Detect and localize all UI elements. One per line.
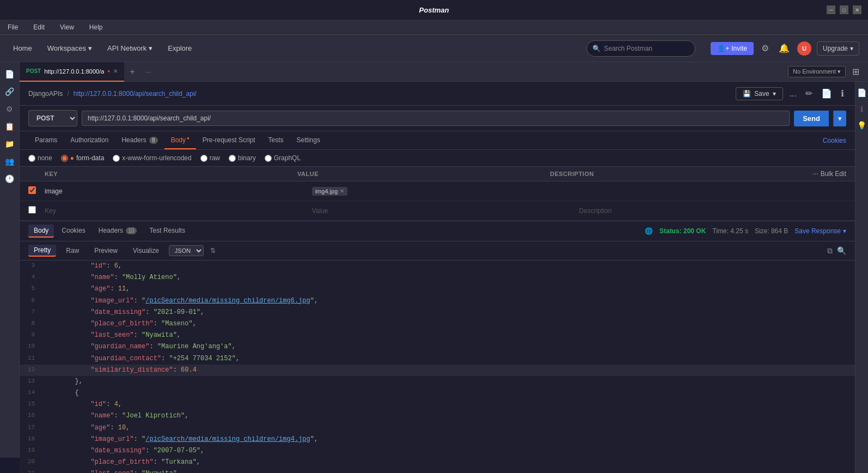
bulk-edit-button[interactable]: Bulk Edit	[821, 170, 846, 178]
search-placeholder: Search Postman	[604, 45, 652, 52]
row-key: image	[45, 187, 312, 195]
tab-tests[interactable]: Tests	[262, 132, 290, 149]
sidebar-icon-new[interactable]: 📄	[2, 66, 17, 82]
json-line: 13 },	[20, 376, 855, 387]
endpoint-link[interactable]: http://127.0.0.1:8000/api/search_child_a…	[74, 90, 197, 98]
tab-authorization[interactable]: Authorization	[64, 132, 115, 149]
save-icon: 💾	[743, 90, 751, 98]
format-tab-preview[interactable]: Preview	[89, 245, 123, 256]
search-response-button[interactable]: 🔍	[837, 246, 846, 256]
breadcrumb-bar: DjangoAPIs / http://127.0.0.1:8000/api/s…	[20, 82, 855, 106]
search-bar[interactable]: 🔍 Search Postman	[586, 40, 695, 57]
invite-button[interactable]: 👤+ Invite	[711, 42, 754, 55]
new-tab-button[interactable]: +	[124, 67, 140, 77]
more-options-icon[interactable]: ···	[812, 171, 818, 177]
method-select[interactable]: POST GET PUT DELETE	[28, 110, 77, 126]
nav-api-network[interactable]: API Network ▾	[103, 42, 157, 54]
save-button[interactable]: 💾 Save ▾	[736, 87, 783, 100]
settings-button[interactable]: ⚙	[759, 41, 771, 56]
unsaved-indicator: ●	[107, 69, 110, 74]
workspace-link[interactable]: DjangoAPIs	[28, 90, 63, 98]
format-select[interactable]: JSON XML Text	[169, 245, 204, 256]
option-raw[interactable]: raw	[200, 154, 220, 162]
document-icon[interactable]: 📄	[819, 86, 834, 101]
filter-icon[interactable]: ⇅	[210, 247, 216, 254]
globe-icon: 🌐	[645, 227, 653, 235]
empty-row-checkbox[interactable]	[28, 206, 36, 214]
option-none[interactable]: none	[28, 154, 52, 162]
resp-tab-headers[interactable]: Headers 10	[93, 225, 142, 238]
response-header: Body Cookies Headers 10 Test Results 🌐 S…	[20, 221, 855, 241]
response-format-bar: Pretty Raw Preview Visualize JSON XML Te…	[20, 241, 855, 260]
json-line: 19 "date_missing": "2007-07-05",	[20, 445, 855, 457]
option-form-data[interactable]: ● form-data	[61, 154, 105, 162]
format-tab-raw[interactable]: Raw	[60, 245, 84, 256]
nav-workspaces[interactable]: Workspaces ▾	[43, 42, 96, 54]
edit-icon[interactable]: ✏	[803, 86, 815, 101]
more-options-button[interactable]: ...	[787, 87, 799, 101]
resp-tab-test-results[interactable]: Test Results	[144, 225, 191, 238]
json-line: 9 "last_seen": "Nyawita",	[20, 330, 855, 341]
json-line: 4 "name": "Molly Atieno",	[20, 272, 855, 283]
tab-headers[interactable]: Headers 8	[115, 132, 164, 149]
option-graphql[interactable]: GraphQL	[265, 154, 301, 162]
json-viewer[interactable]: 3 "id": 6, 4 "name": "Molly Atieno", 5 "…	[20, 260, 855, 473]
close-button[interactable]: ✕	[853, 5, 861, 14]
nav-home[interactable]: Home	[9, 42, 36, 54]
sidebar-icon-collections[interactable]: 📁	[2, 136, 17, 151]
sidebar-icon-env[interactable]: ⚙	[2, 101, 17, 117]
send-dropdown[interactable]: ▾	[833, 111, 846, 126]
tab-active[interactable]: POST http://127.0.0.1:8000/a ● ✕	[20, 62, 124, 82]
tab-more-button[interactable]: ···	[140, 68, 157, 76]
right-icon-info[interactable]: ℹ	[858, 102, 865, 116]
key-placeholder[interactable]: Key	[45, 207, 312, 215]
status-badge: Status: 200 OK	[659, 227, 706, 235]
tab-close-button[interactable]: ✕	[113, 68, 118, 74]
sub-tabs: Params Authorization Headers 8 Body● Pre…	[20, 131, 855, 150]
sidebar-icon-clock[interactable]: 🕐	[2, 171, 17, 186]
bell-icon[interactable]: 🔔	[777, 41, 792, 56]
empty-table-row[interactable]: Key Value Description	[20, 201, 855, 221]
app-title: Postman	[419, 6, 449, 14]
environment-icon[interactable]: ⊞	[850, 64, 861, 79]
desc-placeholder[interactable]: Description	[579, 207, 846, 215]
row-checkbox[interactable]	[28, 186, 36, 194]
menu-help[interactable]: Help	[86, 22, 106, 32]
format-tab-visualize[interactable]: Visualize	[127, 245, 164, 256]
option-urlencoded[interactable]: x-www-form-urlencoded	[113, 154, 191, 162]
tab-params[interactable]: Params	[28, 132, 64, 149]
maximize-button[interactable]: □	[840, 5, 848, 14]
save-response-button[interactable]: Save Response ▾	[794, 227, 846, 235]
sidebar-icon-history[interactable]: 📋	[2, 119, 17, 134]
resp-tab-cookies[interactable]: Cookies	[56, 225, 90, 238]
sidebar-icon-team[interactable]: 👥	[2, 154, 17, 169]
format-tab-pretty[interactable]: Pretty	[28, 245, 56, 257]
send-button[interactable]: Send	[794, 111, 829, 126]
sidebar-icon-api[interactable]: 🔗	[2, 84, 17, 99]
remove-file-button[interactable]: ✕	[340, 188, 344, 194]
resp-tab-body[interactable]: Body	[28, 225, 54, 238]
menu-edit[interactable]: Edit	[30, 22, 48, 32]
tab-pre-request[interactable]: Pre-request Script	[196, 132, 262, 149]
cookies-link[interactable]: Cookies	[823, 137, 846, 144]
tab-body[interactable]: Body●	[164, 131, 196, 149]
upgrade-button[interactable]: Upgrade ▾	[817, 41, 859, 56]
url-input[interactable]	[82, 111, 790, 126]
minimize-button[interactable]: ─	[827, 5, 835, 14]
right-icon-bulb[interactable]: 💡	[855, 119, 868, 132]
avatar[interactable]: U	[797, 41, 811, 56]
copy-button[interactable]: ⧉	[827, 246, 833, 256]
menu-file[interactable]: File	[4, 22, 21, 32]
value-placeholder[interactable]: Value	[312, 207, 579, 215]
breadcrumb-actions: 💾 Save ▾ ... ✏ 📄 ℹ	[736, 86, 846, 101]
option-binary[interactable]: binary	[229, 154, 256, 162]
info-icon[interactable]: ℹ	[839, 86, 846, 101]
tab-settings[interactable]: Settings	[290, 132, 327, 149]
right-icon-docs[interactable]: 📄	[855, 86, 868, 99]
nav-explore[interactable]: Explore	[163, 42, 196, 54]
json-line: 20 "place_of_birth": "Turkana",	[20, 457, 855, 468]
file-tag: img4.jpg ✕	[312, 187, 348, 196]
menu-view[interactable]: View	[57, 22, 77, 32]
environment-select[interactable]: No Environment ▾	[788, 66, 846, 77]
json-line: 12 "similarity_distance": 60.4	[20, 365, 855, 376]
